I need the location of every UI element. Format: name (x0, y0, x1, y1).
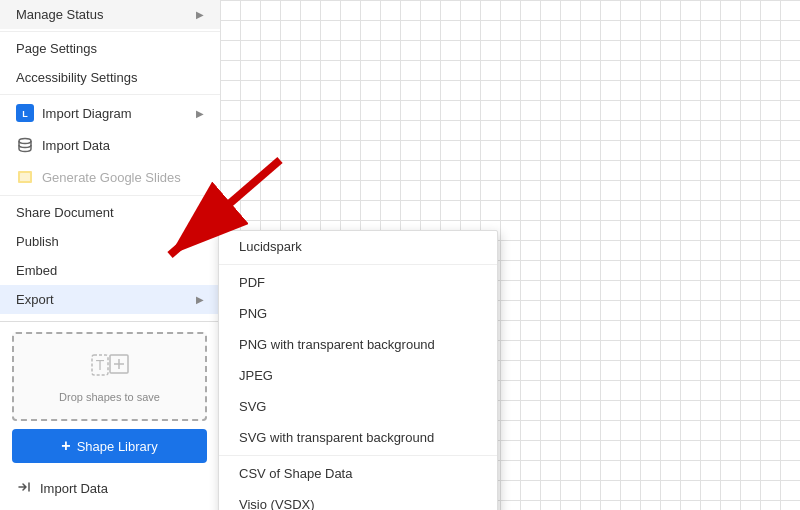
submenu-item-png[interactable]: PNG (219, 298, 497, 329)
export-arrow-icon: ▶ (196, 294, 204, 305)
submenu-item-svg[interactable]: SVG (219, 391, 497, 422)
slides-icon (16, 168, 34, 186)
submenu-item-visio-vsdx[interactable]: Visio (VSDX) (219, 489, 497, 510)
svg-text:L: L (22, 109, 28, 119)
submenu-item-jpeg[interactable]: JPEG (219, 360, 497, 391)
menu-item-embed[interactable]: Embed (0, 256, 220, 285)
shapes-drop-area: T Drop shapes to save (12, 332, 207, 421)
import-arrow-icon (16, 479, 32, 498)
plus-icon: + (61, 437, 70, 455)
submenu-divider-1 (219, 264, 497, 265)
submenu-item-svg-transparent[interactable]: SVG with transparent background (219, 422, 497, 453)
menu-item-accessibility-settings[interactable]: Accessibility Settings (0, 63, 220, 92)
menu-item-page-settings[interactable]: Page Settings (0, 34, 220, 63)
drop-shapes-label: Drop shapes to save (59, 391, 160, 403)
svg-point-2 (19, 139, 31, 144)
submenu-item-png-transparent[interactable]: PNG with transparent background (219, 329, 497, 360)
menu-item-export[interactable]: Export ▶ (0, 285, 220, 314)
submenu-item-lucidspark[interactable]: Lucidspark (219, 231, 497, 262)
menu-item-manage-status[interactable]: Manage Status ▶ (0, 0, 220, 29)
menu-item-generate-google-slides: Generate Google Slides (0, 161, 220, 193)
menu-item-share-document[interactable]: Share Document (0, 198, 220, 227)
shape-library-button[interactable]: + Shape Library (12, 429, 207, 463)
menu-divider-3 (0, 195, 220, 196)
lucid-icon: L (16, 104, 34, 122)
menu-item-publish[interactable]: Publish (0, 227, 220, 256)
menu-divider-2 (0, 94, 220, 95)
submenu-divider-2 (219, 455, 497, 456)
drop-shapes-icon: T (90, 350, 130, 387)
import-data-label: Import Data (40, 481, 108, 496)
import-data-row[interactable]: Import Data (0, 471, 219, 506)
shape-library-label: Shape Library (77, 439, 158, 454)
db-icon (16, 136, 34, 154)
submenu-item-csv[interactable]: CSV of Shape Data (219, 458, 497, 489)
svg-rect-4 (20, 173, 30, 181)
sidebar-bottom-section: T Drop shapes to save + Shape Library Im… (0, 321, 220, 510)
menu-item-import-data[interactable]: Import Data (0, 129, 220, 161)
arrow-icon: ▶ (196, 9, 204, 20)
export-submenu: Lucidspark PDF PNG PNG with transparent … (218, 230, 498, 510)
arrow-icon: ▶ (196, 108, 204, 119)
submenu-item-pdf[interactable]: PDF (219, 267, 497, 298)
svg-text:T: T (95, 357, 104, 373)
menu-item-import-diagram[interactable]: L Import Diagram ▶ (0, 97, 220, 129)
menu-divider-1 (0, 31, 220, 32)
